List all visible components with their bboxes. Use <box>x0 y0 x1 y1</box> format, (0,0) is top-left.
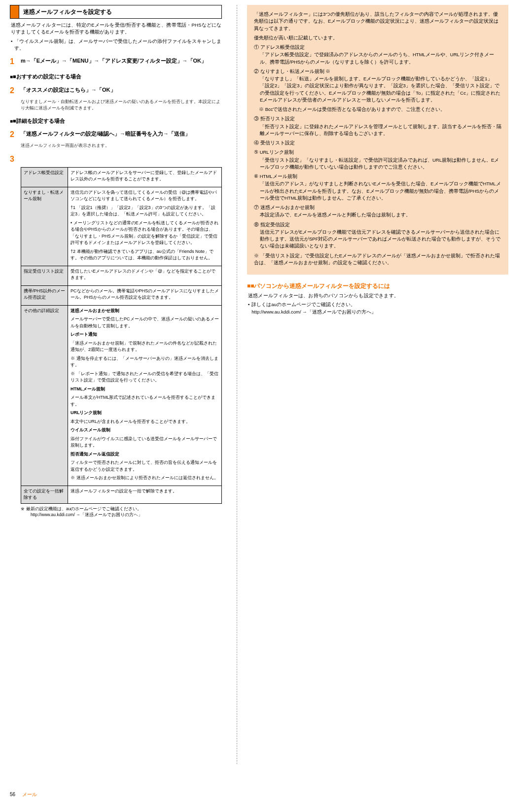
step-3: 3 <box>10 153 222 165</box>
section-title-text: 迷惑メールフィルターを設定する <box>19 5 116 18</box>
subheading: ■■詳細を設定する場合 <box>10 117 222 125</box>
table-row-body: 受信したいEメールアドレスのドメインや「@」などを指定することができます。 <box>68 266 222 285</box>
note-mark: ※ <box>21 506 25 519</box>
table-row-body: PCなどからのメール。携帯電話やPHSのメールアドレスになりすましたメール。PH… <box>68 285 222 305</box>
table-row-body: 迷惑メールフィルターの設定を一括で解除できます。 <box>68 486 222 503</box>
bullet-item: • 「ウイルスメール規制」は、メールサーバーで受信したメールの添付ファイルをスキ… <box>11 38 222 52</box>
bullet-item: • 詳しくはauのホームページでご確認ください。 http://www.au.k… <box>248 301 508 315</box>
page-footer: 56 メール <box>10 791 37 798</box>
right-subheading: ■■パソコンから迷惑メールフィルターを設定するには <box>247 281 508 290</box>
subheading-text: ■おすすめの設定にする場合 <box>13 73 81 79</box>
info-item: ① アドレス帳受信設定「アドレス帳受信設定」で登録済みのアドレスからのメールのう… <box>254 44 501 66</box>
bullet-dot-icon: • <box>248 301 249 315</box>
title-accent <box>10 5 19 18</box>
table-row-head: アドレス帳受信設定 <box>21 167 68 187</box>
right-subheading-text: ■パソコンから迷惑メールフィルターを設定するには <box>250 282 390 289</box>
step-1: 1 m→「Eメール」→「MENU」→「アドレス変更/フィルター設定」→「OK」 <box>10 56 222 68</box>
bullet-text: 詳しくはauのホームページでご確認ください。 http://www.au.kdd… <box>251 301 376 315</box>
info-item: ⑧ 指定受信設定送信元アドレスがEメールブロック機能で送信元アドレスを確認できる… <box>254 221 501 250</box>
table-row-body: アドレス帳のメールアドレスをサーバーに登録して、登録したメールアドレス以外のメー… <box>68 167 222 187</box>
subheading-text: ■詳細を設定する場合 <box>13 118 65 124</box>
step-number: 3 <box>10 153 18 165</box>
page-category: メール <box>22 791 37 798</box>
info-item: ⑥ HTMLメール規制「送信元のアドレス」がなりすましと判断されないEメールを受… <box>254 173 501 202</box>
page-number: 56 <box>10 791 15 798</box>
table-row-head: その他の詳細設定 <box>21 305 68 486</box>
bullet-text: 「ウイルスメール規制」は、メールサーバーで受信したメールの添付ファイルをスキャン… <box>14 38 222 52</box>
step-note: なりすましメール・自動転送メールおよび迷惑メールの疑いのあるメールを拒否します。… <box>21 99 222 112</box>
step-text: m→「Eメール」→「MENU」→「アドレス変更/フィルター設定」→「OK」 <box>21 56 207 68</box>
right-text: 迷惑メールフィルターは、お持ちのパソコンからも設定できます。 <box>248 292 508 299</box>
info-intro: 「迷惑メールフィルター」には3つの優先順位があり、該当したフィルターの内容でメー… <box>254 11 501 32</box>
step-number: 1 <box>10 56 18 68</box>
intro-text: 迷惑メールフィルターには、特定のEメールを受信/拒否する機能と、携帯電話・PHS… <box>11 22 222 36</box>
note-text: 最新の設定機能は、auのホームページでご確認ください。 http://www.a… <box>26 506 142 519</box>
step-number: 2 <box>10 85 18 97</box>
info-item: ④ 受信リスト設定 <box>254 140 501 146</box>
step-text: 「迷惑メールフィルターの設定/確認へ」→暗証番号を入力→「送信」 <box>21 129 190 140</box>
settings-table: アドレス帳受信設定アドレス帳のメールアドレスをサーバーに登録して、登録したメール… <box>21 167 222 504</box>
subheading: ■■おすすめの設定にする場合 <box>10 72 222 81</box>
step-2b: 2 「迷惑メールフィルターの設定/確認へ」→暗証番号を入力→「送信」 <box>10 129 222 140</box>
info-intro-2: 優先順位が高い順に記載しています。 <box>254 35 501 41</box>
info-item: ② なりすまし・転送メール規制 ※「なりすまし」「転送」メールを規制します。Eメ… <box>254 68 501 104</box>
table-row-head: 携帯/PHS以外のメール拒否設定 <box>21 285 68 305</box>
info-item: ③ 拒否リスト設定「拒否リスト設定」に登録されたメールアドレスを管理メールとして… <box>254 115 501 137</box>
bullet-dot-icon: • <box>11 38 12 52</box>
section-title: 迷惑メールフィルターを設定する <box>10 5 222 19</box>
table-row-body: 迷惑メールおまかせ規制メールサーバーで受信したPCメールの中で、迷惑メールの疑い… <box>68 305 222 486</box>
step-text: 「オススメの設定はこちら」→「OK」 <box>21 85 116 97</box>
step-number: 2 <box>10 129 18 140</box>
info-item: ⑤ URLリンク規制「受信リスト設定」「なりすまし・転送設定」で受信許可設定済み… <box>254 149 501 171</box>
step-2a: 2 「オススメの設定はこちら」→「OK」 <box>10 85 222 97</box>
table-row-body: 送信元のアドレスを偽って送信してくるメールの受信（@は携帯電話やパソコンなどにな… <box>68 187 222 266</box>
table-row-head: 指定受信リスト設定 <box>21 266 68 285</box>
info-item: ※ Bccで送信されたメールは受信拒否となる場合がありますので、ご注意ください。 <box>254 106 501 113</box>
info-item: ※ 「受信リスト設定」で受信設定したEメールアドレスのメールが「迷惑メールおまか… <box>254 252 501 267</box>
table-row-head: 全ての設定を一括解除する <box>21 486 68 503</box>
info-item: ⑦ 迷惑メールおまかせ規制本設定済みで、Eメールを迷惑メールと判断した場合は規制… <box>254 204 501 219</box>
table-row-head: なりすまし・転送メール規制 <box>21 187 68 266</box>
step-note: 迷惑メールフィルター画面が表示されます。 <box>21 142 222 149</box>
info-box: 「迷惑メールフィルター」には3つの優先順位があり、該当したフィルターの内容でメー… <box>247 5 508 275</box>
column-divider <box>237 5 237 764</box>
footnote: ※ 最新の設定機能は、auのホームページでご確認ください。 http://www… <box>21 506 222 519</box>
